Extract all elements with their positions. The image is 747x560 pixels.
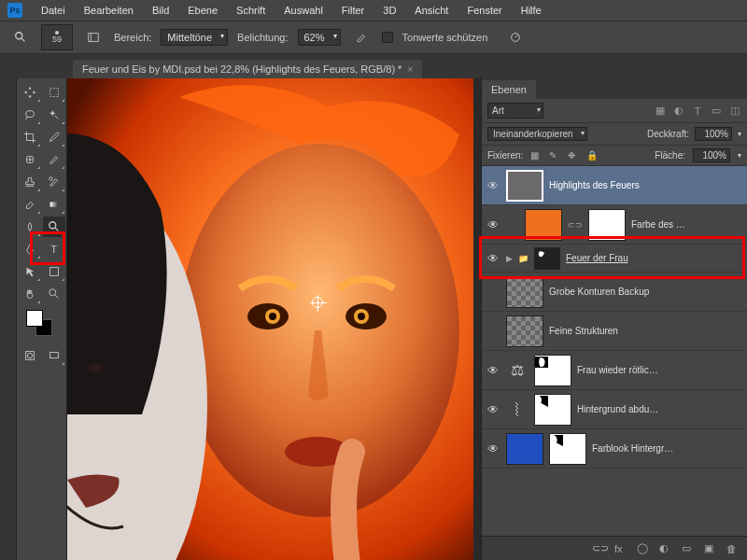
type-tool[interactable]: T <box>43 239 65 259</box>
lock-all-icon[interactable]: 🔒 <box>586 150 598 161</box>
brush-tool[interactable] <box>43 149 65 170</box>
visibility-icon[interactable] <box>486 285 500 300</box>
color-swatches[interactable] <box>19 306 65 343</box>
link-layers-icon[interactable]: ⊂⊃ <box>592 542 605 554</box>
crop-tool[interactable] <box>19 127 41 147</box>
marquee-tool[interactable] <box>43 82 65 103</box>
delete-icon[interactable]: 🗑 <box>726 543 740 554</box>
layer-row[interactable]: Grobe Konturen Backup <box>482 273 747 312</box>
menu-file[interactable]: Datei <box>34 3 73 18</box>
layer-name[interactable]: Frau wieder rötlic… <box>577 365 743 375</box>
layer-row[interactable]: 👁 ⊂⊃ Farbe des … <box>482 205 747 245</box>
layer-name[interactable]: Highlights des Feuers <box>549 180 743 190</box>
fill-input[interactable]: 100% <box>693 148 730 162</box>
filter-shape-icon[interactable]: ▭ <box>710 105 723 118</box>
expand-icon[interactable]: ▶ <box>506 254 513 263</box>
layer-group-row[interactable]: 👁 ▶ 📁 Feuer der Frau <box>482 245 747 273</box>
layer-row[interactable]: 👁 Farblook Hintergr… <box>482 429 747 469</box>
layer-thumb[interactable] <box>506 170 543 202</box>
visibility-icon[interactable] <box>486 324 500 339</box>
eyedropper-tool[interactable] <box>43 127 65 147</box>
layer-name[interactable]: Farblook Hintergr… <box>592 443 743 454</box>
collapsed-panel-strip[interactable] <box>0 78 17 560</box>
airbrush-icon[interactable] <box>350 26 373 49</box>
history-brush-tool[interactable] <box>43 172 65 192</box>
close-icon[interactable]: × <box>407 64 413 75</box>
lasso-tool[interactable] <box>19 105 41 125</box>
layer-mask-thumb[interactable] <box>534 355 571 386</box>
menu-select[interactable]: Auswahl <box>276 3 331 18</box>
brush-preset[interactable]: 59 <box>41 24 73 50</box>
shape-tool[interactable] <box>43 261 65 282</box>
filter-smart-icon[interactable]: ◫ <box>728 105 741 118</box>
visibility-icon[interactable]: 👁 <box>486 441 500 456</box>
protect-tones-checkbox[interactable] <box>382 32 393 43</box>
new-layer-icon[interactable]: ▣ <box>704 542 717 554</box>
menu-layer[interactable]: Ebene <box>180 3 225 18</box>
layer-thumb[interactable] <box>506 276 543 308</box>
pressure-icon[interactable] <box>504 26 527 49</box>
stamp-tool[interactable] <box>19 172 41 192</box>
layers-tab[interactable]: Ebenen <box>482 80 536 99</box>
quickmask-tool[interactable] <box>19 345 41 366</box>
path-select-tool[interactable] <box>19 261 41 282</box>
group-icon[interactable]: ▭ <box>682 542 695 554</box>
visibility-icon[interactable]: 👁 <box>486 402 500 417</box>
adjustment-layer-icon[interactable]: ◐ <box>659 542 672 554</box>
filter-image-icon[interactable]: ▦ <box>654 105 667 118</box>
layer-name[interactable]: Farbe des … <box>631 219 743 230</box>
adjustment-icon[interactable]: ⦚ <box>506 399 529 421</box>
filter-type-icon[interactable]: T <box>691 105 704 118</box>
range-dropdown[interactable]: Mitteltöne <box>161 29 228 46</box>
gradient-tool[interactable] <box>43 194 65 215</box>
lock-pixels-icon[interactable]: ▦ <box>530 150 542 161</box>
menu-3d[interactable]: 3D <box>375 3 403 18</box>
layer-filter-dropdown[interactable]: Art <box>487 103 543 119</box>
layer-row[interactable]: 👁 Highlights des Feuers <box>482 166 747 205</box>
layer-name[interactable]: Hintergrund abdu… <box>577 404 743 414</box>
visibility-icon[interactable]: 👁 <box>486 363 500 378</box>
healing-tool[interactable] <box>19 149 41 170</box>
menu-view[interactable]: Ansicht <box>407 3 456 18</box>
visibility-icon[interactable]: 👁 <box>486 178 500 193</box>
layer-row[interactable]: 👁 ⚖ Frau wieder rötlic… <box>482 351 747 390</box>
menu-window[interactable]: Fenster <box>459 3 509 18</box>
hand-tool[interactable] <box>19 284 41 304</box>
screenmode-tool[interactable] <box>43 345 65 366</box>
pen-tool[interactable] <box>19 239 41 259</box>
menu-type[interactable]: Schrift <box>229 3 273 18</box>
dodge-tool[interactable] <box>43 217 65 237</box>
document-tab[interactable]: Feuer und Eis by MDI.psd bei 22,8% (High… <box>73 60 422 78</box>
zoom-tool[interactable] <box>43 284 65 304</box>
layer-thumb[interactable] <box>525 209 562 241</box>
layer-thumb[interactable] <box>506 315 543 347</box>
move-tool[interactable] <box>19 82 41 103</box>
layer-row[interactable]: Feine Strukturen <box>482 312 747 351</box>
wand-tool[interactable] <box>43 105 65 125</box>
layer-name[interactable]: Feuer der Frau <box>566 253 743 263</box>
menu-edit[interactable]: Bearbeiten <box>77 3 141 18</box>
lock-position-icon[interactable]: ✥ <box>568 150 579 161</box>
visibility-icon[interactable]: 👁 <box>486 217 500 232</box>
foreground-color[interactable] <box>26 310 43 327</box>
opacity-input[interactable]: 100% <box>695 127 732 141</box>
menu-image[interactable]: Bild <box>145 3 176 18</box>
eraser-tool[interactable] <box>19 194 41 215</box>
fx-icon[interactable]: fx <box>614 543 627 554</box>
filter-adjust-icon[interactable]: ◐ <box>672 105 685 118</box>
layer-mask-thumb[interactable] <box>549 433 586 465</box>
layer-mask-thumb[interactable] <box>534 394 571 426</box>
menu-help[interactable]: Hilfe <box>514 3 549 18</box>
mask-icon[interactable]: ◯ <box>637 542 650 554</box>
layer-mask-thumb[interactable] <box>588 209 626 241</box>
lock-paint-icon[interactable]: ✎ <box>549 150 560 161</box>
menu-filter[interactable]: Filter <box>334 3 372 18</box>
layer-row[interactable]: 👁 ⦚ Hintergrund abdu… <box>482 390 747 429</box>
brush-panel-icon[interactable] <box>82 26 105 49</box>
blur-tool[interactable] <box>19 217 41 237</box>
group-thumb[interactable] <box>534 247 560 270</box>
adjustment-icon[interactable]: ⚖ <box>506 359 529 382</box>
layer-name[interactable]: Grobe Konturen Backup <box>549 287 743 297</box>
layer-name[interactable]: Feine Strukturen <box>549 326 743 336</box>
layer-thumb[interactable] <box>506 433 543 465</box>
